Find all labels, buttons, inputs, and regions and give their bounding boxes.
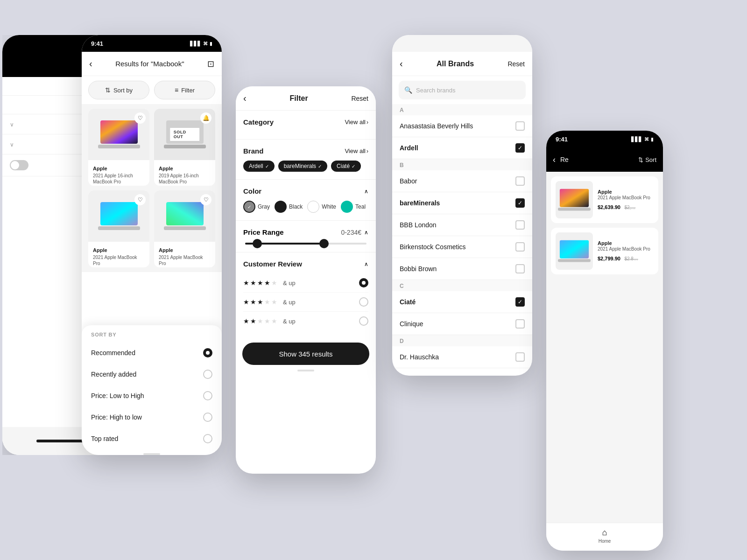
brand-chip-ardell[interactable]: Ardell ✓ <box>243 161 275 172</box>
product-card-4[interactable]: ♡ Apple 2021 Apple MacBook Pro $2,639.90 <box>154 190 215 267</box>
swatch-white[interactable]: White <box>307 201 336 213</box>
filter-button-1[interactable]: ≡ Filter <box>154 81 215 99</box>
brand-item-anastasia[interactable]: Anasastasia Beverly Hills <box>392 115 532 137</box>
sort-price-low-high[interactable]: Price: Low to High <box>82 385 222 406</box>
product-card-1[interactable]: ♡ Apple 2021 Apple 16-inch MacBook Pro $… <box>88 109 149 186</box>
price-value: 0-234€ <box>341 229 361 236</box>
price-slider-thumb-end[interactable] <box>319 239 329 248</box>
product-card-3[interactable]: ♡ Apple 2021 Apple MacBook Pro $2,639.90 <box>88 190 149 267</box>
product-name-4: 2021 Apple MacBook Pro <box>159 254 211 266</box>
review-collapse-icon[interactable]: ∧ <box>364 261 368 267</box>
swatch-circle-gray: ✓ <box>243 201 255 213</box>
color-collapse-icon[interactable]: ∧ <box>364 188 368 195</box>
brand-checkbox-bbb[interactable] <box>515 220 525 230</box>
home-icon[interactable]: ⌂ <box>602 528 607 538</box>
review-up-3: & up <box>283 299 296 306</box>
brand-item-bbb[interactable]: BBB London <box>392 214 532 236</box>
price-slider-thumb-start[interactable] <box>253 239 262 248</box>
sort-top-rated[interactable]: Top rated <box>82 428 222 449</box>
partial-search-text: Re <box>560 156 569 163</box>
fr-old-price-2: $2.8… <box>624 256 638 261</box>
brands-reset-button[interactable]: Reset <box>507 60 525 68</box>
chevron-down-icon-1[interactable]: ∨ <box>10 121 14 128</box>
review-item-3stars[interactable]: ★★★★★ & up <box>243 293 368 312</box>
brand-item-babor[interactable]: Babor <box>392 170 532 192</box>
brand-item-birkenstock[interactable]: Birkenstock Cosmetics <box>392 236 532 258</box>
brand-chip-bareminerals[interactable]: bareMinerals ✓ <box>278 161 327 172</box>
product-card-2[interactable]: SOLD OUT 🔔 Apple 2019 Apple 16-inch MacB… <box>154 109 215 186</box>
sort-recommended[interactable]: Recommended <box>82 342 222 364</box>
brand-checkbox-bobbi[interactable] <box>515 264 525 273</box>
sort-recently-added[interactable]: Recently added <box>82 364 222 385</box>
brand-checkbox-babor[interactable] <box>515 176 525 186</box>
brand-item-hauschka[interactable]: Dr. Hauschka <box>392 346 532 368</box>
wishlist-btn-4[interactable]: ♡ <box>200 194 211 205</box>
brands-letter-d: D <box>392 335 532 346</box>
svg-rect-1 <box>98 145 140 148</box>
review-item-4stars[interactable]: ★★★★★ & up <box>243 273 368 293</box>
brand-name-bbb: BBB London <box>400 221 437 229</box>
brand-chip-ciate[interactable]: Ciaté ✓ <box>331 161 361 172</box>
fr-laptop-svg-2 <box>558 238 591 264</box>
swatch-circle-teal <box>341 201 353 213</box>
back-button-1[interactable]: ‹ <box>89 58 92 69</box>
cart-icon-1[interactable]: ⊡ <box>207 59 214 69</box>
brand-checkbox-ciate[interactable]: ✓ <box>515 297 525 307</box>
ardell-check-icon: ✓ <box>265 164 269 169</box>
wishlist-btn-3[interactable]: ♡ <box>134 194 146 205</box>
brand-item-bareminerals[interactable]: bareMinerals ✓ <box>392 192 532 214</box>
filter-color-header: Color ∧ <box>243 187 368 195</box>
show-results-button[interactable]: Show 345 results <box>242 343 369 365</box>
fr-product-2[interactable]: Apple 2021 Apple MacBook Pro $2,799.90 $… <box>551 228 658 274</box>
swatch-gray[interactable]: ✓ Gray <box>243 201 270 213</box>
fr-product-1[interactable]: Apple 2021 Apple MacBook Pro $2,639.90 $… <box>551 176 658 223</box>
brand-item-bobbi[interactable]: Bobbi Brown <box>392 258 532 280</box>
notify-btn[interactable]: 🔔 <box>200 112 211 124</box>
toggle-switch[interactable] <box>10 160 28 170</box>
brand-checkbox-ardell[interactable]: ✓ <box>515 143 525 153</box>
filter-reset-button[interactable]: Reset <box>351 95 368 102</box>
swatch-label-black: Black <box>289 203 303 210</box>
brand-item-ardell[interactable]: Ardell ✓ <box>392 137 532 159</box>
radio-top-rated <box>203 434 212 443</box>
sort-by-button[interactable]: ⇅ Sort by <box>88 81 149 99</box>
brand-checkbox-clinique[interactable] <box>515 319 525 329</box>
brand-checkbox-birkenstock[interactable] <box>515 242 525 252</box>
wifi-icon-fr: ⌘ <box>644 137 649 142</box>
brand-checkbox-bareminerals[interactable]: ✓ <box>515 198 525 208</box>
review-item-2stars[interactable]: ★★★★★ & up <box>243 312 368 330</box>
wishlist-btn-1[interactable]: ♡ <box>134 112 146 124</box>
swatch-teal[interactable]: Teal <box>341 201 366 213</box>
stars-2: ★★★★★ <box>243 317 277 325</box>
sort-by-label: Sort by <box>113 87 133 94</box>
fr-brand-1: Apple <box>598 189 654 195</box>
brand-item-ciate[interactable]: Ciaté ✓ <box>392 291 532 313</box>
product-price-row-1: $2,639.90 $2,920.98 <box>93 185 145 186</box>
fr-name-1: 2021 Apple MacBook Pro <box>598 195 654 201</box>
review-up-4: & up <box>283 280 296 287</box>
price-collapse-icon[interactable]: ∧ <box>364 229 368 236</box>
brand-view-all[interactable]: View all › <box>345 147 368 154</box>
price-slider-track[interactable] <box>245 243 366 245</box>
brand-name-anastasia: Anasastasia Beverly Hills <box>400 122 473 130</box>
brand-name-ciate: Ciaté <box>400 298 416 306</box>
laptop-svg-4 <box>164 201 206 231</box>
product-brand-1: Apple <box>93 166 107 171</box>
sort-arrows-icon: ⇅ <box>638 156 643 163</box>
svg-rect-9 <box>558 208 591 210</box>
chevron-down-icon-2[interactable]: ∨ <box>10 141 14 148</box>
brand-item-clinique[interactable]: Clinique <box>392 313 532 335</box>
brands-back-button[interactable]: ‹ <box>400 58 403 69</box>
swatch-black[interactable]: Black <box>275 201 303 213</box>
filter-back-button[interactable]: ‹ <box>243 93 247 104</box>
svg-rect-10 <box>560 240 589 258</box>
partial-back-icon[interactable]: ‹ <box>553 155 556 165</box>
brand-checkbox-hauschka[interactable] <box>515 352 525 362</box>
sort-price-high-low[interactable]: Price: High to low <box>82 406 222 428</box>
toolbar-1: ⇅ Sort by ≡ Filter <box>82 76 222 104</box>
wifi-icon: ⌘ <box>203 41 208 46</box>
category-view-all[interactable]: View all › <box>345 119 368 126</box>
brand-checkbox-anastasia[interactable] <box>515 121 525 131</box>
fr-brand-2: Apple <box>598 240 654 246</box>
brands-search[interactable]: 🔍 Search brands <box>399 81 526 99</box>
